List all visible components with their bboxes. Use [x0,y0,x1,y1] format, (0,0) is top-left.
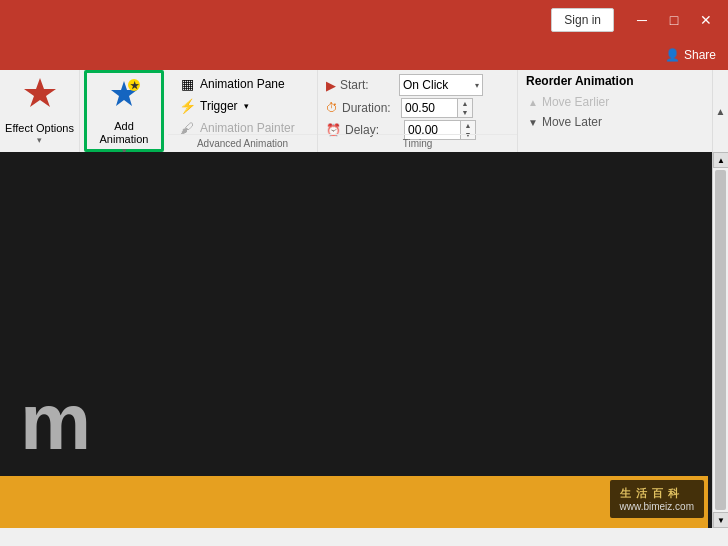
slide-text: m [20,376,91,468]
watermark-line1: 生 活 百 科 [620,486,694,501]
timing-start-row: ▶ Start: On Click With Previous After Pr… [326,74,509,96]
start-select-arrow: ▾ [475,81,482,90]
animation-pane-icon: ▦ [178,76,196,92]
share-button[interactable]: 👤 Share [665,48,716,62]
move-later-label: Move Later [542,115,602,129]
trigger-icon: ⚡ [178,98,196,114]
share-label: Share [684,48,716,62]
effect-options-icon [22,76,58,120]
move-later-icon: ▼ [528,117,538,128]
add-animation-label: Add Animation [100,120,149,146]
watermark: 生 活 百 科 www.bimeiz.com [610,480,704,518]
play-icon: ▶ [326,78,336,93]
ribbon: Effect Options ▾ ★ Add Animation ▾ [0,70,728,152]
move-earlier-label: Move Earlier [542,95,609,109]
svg-text:★: ★ [130,80,140,91]
reorder-label [518,134,648,152]
start-select[interactable]: On Click With Previous After Previous [400,75,475,95]
timing-label: Timing [318,134,517,152]
sign-in-button[interactable]: Sign in [551,8,614,32]
svg-marker-0 [24,78,56,107]
animation-painter-label: Animation Painter [200,121,295,135]
effect-options-group[interactable]: Effect Options ▾ [0,70,80,152]
title-bar: Sign in ─ □ ✕ [0,0,728,40]
watermark-line2: www.bimeiz.com [620,501,694,512]
slide-area: m ▲ ▼ 生 活 百 科 www.bimeiz.com [0,152,728,528]
reorder-title: Reorder Animation [526,74,640,88]
trigger-label: Trigger [200,99,238,113]
minimize-button[interactable]: ─ [628,6,656,34]
timing-group: ▶ Start: On Click With Previous After Pr… [318,70,518,152]
effect-options-label: Effect Options [5,122,74,135]
animation-pane-label: Animation Pane [200,77,285,91]
timing-duration-row: ⏱ Duration: ▲ ▼ [326,98,509,118]
window-controls: ─ □ ✕ [628,6,720,34]
duration-up[interactable]: ▲ [458,99,472,108]
add-animation-group[interactable]: ★ Add Animation ▾ [84,70,164,152]
duration-input[interactable] [402,99,457,117]
slide-yellow-bar [0,476,708,528]
scroll-down-button[interactable]: ▼ [713,512,728,528]
delay-up[interactable]: ▲ [461,121,475,130]
restore-button[interactable]: □ [660,6,688,34]
duration-spinner: ▲ ▼ [457,99,472,117]
start-select-wrapper: On Click With Previous After Previous ▾ [399,74,483,96]
duration-label: Duration: [342,101,397,115]
move-earlier-icon: ▲ [528,97,538,108]
animation-pane-button[interactable]: ▦ Animation Pane [174,74,311,94]
right-scrollbar[interactable]: ▲ ▼ [712,152,728,528]
add-animation-icon: ★ [108,79,140,118]
advanced-animation-label: Advanced Animation [168,134,317,152]
clock-icon: ⏱ [326,101,338,115]
trigger-arrow: ▾ [244,101,249,111]
duration-input-wrapper: ▲ ▼ [401,98,473,118]
scroll-up-button[interactable]: ▲ [713,152,728,168]
share-icon: 👤 [665,48,680,62]
duration-down[interactable]: ▼ [458,108,472,117]
move-later-button[interactable]: ▼ Move Later [526,114,640,130]
account-bar: 👤 Share [0,40,728,70]
ribbon-collapse-button[interactable]: ▲ [712,70,728,152]
move-earlier-button: ▲ Move Earlier [526,94,640,110]
scroll-thumb[interactable] [715,170,726,510]
effect-options-arrow: ▾ [37,135,42,145]
start-label: Start: [340,78,395,92]
reorder-group: Reorder Animation ▲ Move Earlier ▼ Move … [518,70,648,152]
advanced-animation-group: ▦ Animation Pane ⚡ Trigger ▾ 🖌 Animation… [168,70,318,152]
close-button[interactable]: ✕ [692,6,720,34]
ribbon-groups: Effect Options ▾ ★ Add Animation ▾ [0,70,728,152]
trigger-button[interactable]: ⚡ Trigger ▾ [174,96,311,116]
